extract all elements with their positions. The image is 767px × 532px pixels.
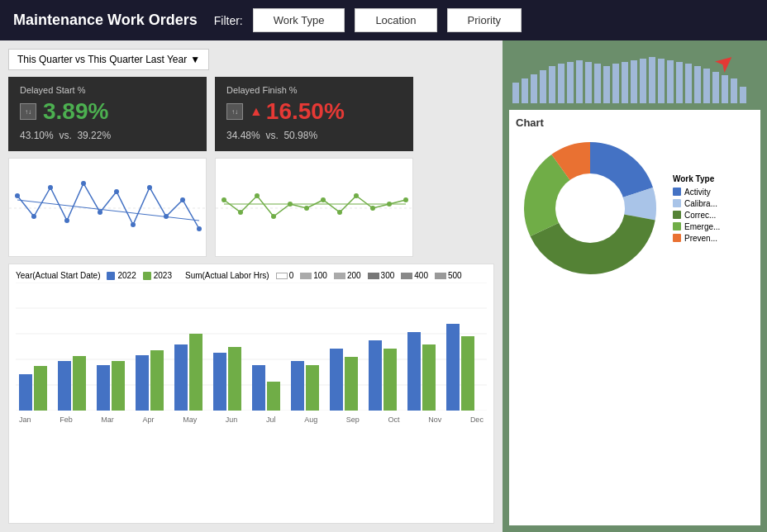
legend-item-emerge: Emerge...	[673, 222, 739, 231]
svg-rect-50	[330, 349, 343, 411]
svg-rect-49	[306, 365, 319, 411]
legend-item-activity: Activity	[673, 188, 739, 197]
legend-400: 400	[401, 271, 428, 280]
svg-rect-65	[576, 60, 583, 103]
correc-label: Correc...	[684, 211, 716, 220]
legend-item-correc: Correc...	[673, 211, 739, 220]
up-arrow-icon: ▲	[250, 104, 263, 119]
svg-point-10	[147, 185, 152, 190]
svg-point-17	[238, 210, 243, 215]
legend-200: 200	[334, 271, 361, 280]
donut-panel: Chart	[509, 110, 760, 525]
svg-point-13	[197, 226, 202, 231]
svg-point-7	[98, 210, 102, 215]
svg-rect-72	[640, 59, 646, 103]
svg-point-24	[354, 193, 359, 198]
legend-item-preven: Preven...	[673, 234, 739, 243]
svg-rect-56	[446, 324, 460, 411]
line-charts-row	[8, 158, 494, 257]
svg-rect-57	[461, 336, 474, 411]
svg-rect-36	[58, 361, 71, 411]
activity-label: Activity	[684, 188, 711, 197]
svg-rect-42	[174, 344, 188, 411]
svg-rect-63	[558, 64, 565, 103]
svg-rect-77	[685, 64, 692, 103]
svg-rect-38	[97, 365, 110, 411]
svg-rect-44	[213, 353, 226, 411]
svg-point-11	[164, 214, 169, 219]
svg-rect-47	[267, 382, 280, 411]
svg-rect-83	[740, 87, 746, 103]
svg-point-22	[321, 197, 326, 202]
delayed-start-title: Delayed Start %	[20, 85, 195, 95]
filter-label: Filter:	[214, 14, 243, 27]
svg-point-6	[81, 181, 86, 186]
svg-rect-75	[667, 60, 674, 103]
delayed-finish-title: Delayed Finish %	[226, 85, 402, 95]
svg-rect-79	[703, 69, 710, 103]
left-panel: This Quarter vs This Quarter Last Year ▼…	[0, 40, 503, 532]
svg-point-2	[15, 193, 20, 198]
svg-rect-45	[228, 347, 241, 411]
donut-legend-title: Work Type	[673, 174, 739, 183]
svg-rect-61	[540, 70, 546, 103]
calibra-dot	[673, 199, 681, 207]
app-title: Maintenance Work Orders	[13, 12, 198, 29]
svg-point-27	[403, 197, 408, 202]
svg-rect-73	[649, 57, 655, 103]
svg-rect-58	[512, 83, 519, 103]
svg-rect-78	[694, 66, 701, 103]
delayed-start-icon: ↑↓	[20, 103, 36, 120]
legend-2023: 2023	[143, 271, 172, 280]
svg-rect-40	[136, 355, 149, 411]
svg-rect-66	[585, 62, 592, 103]
svg-rect-39	[112, 361, 125, 411]
delayed-finish-value: 16.50%	[266, 98, 345, 125]
svg-rect-81	[722, 75, 728, 103]
svg-rect-68	[603, 66, 610, 103]
line-chart-2	[215, 158, 413, 257]
svg-rect-51	[345, 357, 358, 411]
donut-content: Work Type Activity Calibra... Correc...	[516, 134, 754, 283]
x-axis-labels: Jan Feb Mar Apr May Jun Jul Aug Sep Oct …	[16, 414, 487, 424]
svg-rect-53	[384, 349, 397, 411]
emerge-dot	[673, 222, 681, 230]
donut-legend: Work Type Activity Calibra... Correc...	[673, 174, 739, 243]
delayed-start-card: Delayed Start % ↑↓ 3.89% 43.10% vs. 39.2…	[8, 77, 207, 151]
delayed-finish-comparison: 34.48% vs. 50.98%	[226, 130, 402, 141]
svg-rect-64	[567, 62, 574, 103]
sum-label: Sum(Actual Labor Hrs)	[185, 271, 269, 280]
filter-work-type-button[interactable]: Work Type	[253, 8, 345, 32]
legend-item-calibra: Calibra...	[673, 199, 739, 208]
delayed-start-value-row: ↑↓ 3.89%	[20, 98, 195, 125]
activity-dot	[673, 188, 681, 196]
quarter-dropdown[interactable]: This Quarter vs This Quarter Last Year ▼	[8, 49, 209, 70]
svg-rect-60	[531, 74, 537, 103]
app-header: Maintenance Work Orders Filter: Work Typ…	[0, 0, 767, 40]
svg-rect-54	[407, 332, 421, 411]
filter-location-button[interactable]: Location	[355, 8, 436, 32]
quarter-arrow: ▼	[190, 54, 200, 65]
svg-point-4	[48, 185, 53, 190]
year-label: Year(Actual Start Date)	[16, 271, 100, 280]
svg-rect-74	[658, 59, 665, 103]
svg-point-19	[271, 214, 276, 219]
donut-chart-svg	[516, 134, 665, 283]
legend-0: 0	[276, 271, 294, 280]
bar-chart-panel: Year(Actual Start Date) 2022 2023 Sum(Ac…	[8, 264, 494, 524]
legend-2022: 2022	[107, 271, 136, 280]
svg-point-23	[337, 210, 342, 215]
bar-chart-svg	[16, 283, 487, 411]
svg-rect-69	[612, 64, 619, 103]
top-bar-chart: ➤	[503, 40, 767, 107]
line-chart-1	[8, 158, 207, 257]
filter-priority-button[interactable]: Priority	[447, 8, 522, 32]
svg-point-20	[288, 202, 293, 207]
svg-point-21	[304, 206, 309, 211]
correc-dot	[673, 211, 681, 219]
svg-rect-37	[73, 356, 86, 411]
svg-rect-76	[676, 62, 683, 103]
svg-rect-48	[291, 361, 304, 411]
quarter-selector-row: This Quarter vs This Quarter Last Year ▼	[8, 49, 494, 70]
svg-rect-41	[150, 350, 164, 411]
